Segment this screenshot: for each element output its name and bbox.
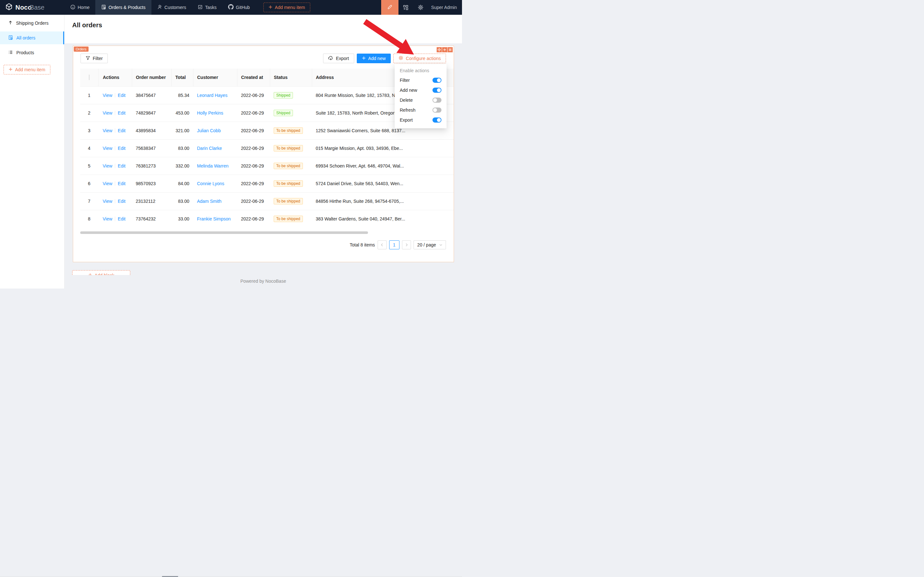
customer-link[interactable]: Connie Lyons xyxy=(197,181,224,186)
edit-link[interactable]: Edit xyxy=(118,110,126,116)
github-icon xyxy=(228,4,233,11)
customer-link[interactable]: Holly Perkins xyxy=(197,110,223,116)
edit-link[interactable]: Edit xyxy=(118,181,126,186)
ui-editor-button[interactable] xyxy=(381,0,398,15)
order-number-cell: 98570923 xyxy=(132,174,171,192)
status-cell: To be shipped xyxy=(270,122,312,139)
row-actions: ViewEdit xyxy=(98,210,132,227)
nav-github[interactable]: GitHub xyxy=(222,0,256,15)
created-at-cell: 2022-06-29 xyxy=(237,210,270,227)
address-cell: 1252 Swaniawski Corners, Suite 688, 8137… xyxy=(312,122,408,139)
enable-action-add-new: Add new xyxy=(394,85,447,95)
toggle-switch[interactable] xyxy=(433,78,441,83)
previous-page-button[interactable] xyxy=(378,240,386,249)
row-actions: ViewEdit xyxy=(98,192,132,210)
address-cell: 804 Runte Mission, Suite 182, 15783, N xyxy=(312,86,408,104)
menu-icon[interactable] xyxy=(448,47,453,52)
view-link[interactable]: View xyxy=(103,216,112,221)
view-link[interactable]: View xyxy=(103,163,112,168)
chevron-down-icon xyxy=(439,242,443,247)
sidebar-item-shipping-orders[interactable]: Shipping Orders xyxy=(0,17,64,29)
column-header-customer: Customer xyxy=(193,69,237,86)
address-cell: 015 Margie Mission, Apt. 093, 34936, Ebe… xyxy=(312,139,408,157)
customer-link[interactable]: Darin Clarke xyxy=(197,146,222,151)
add-menu-item-button-sidebar[interactable]: Add menu item xyxy=(3,65,50,74)
edit-link[interactable]: Edit xyxy=(118,163,126,168)
cloud-download-icon xyxy=(328,55,333,61)
total-cell: 84.00 xyxy=(171,174,193,192)
edit-link[interactable]: Edit xyxy=(118,146,126,151)
view-link[interactable]: View xyxy=(103,128,112,133)
settings-gear-icon[interactable] xyxy=(413,0,428,15)
customer-link[interactable]: Leonard Hayes xyxy=(197,93,227,98)
next-page-button[interactable] xyxy=(402,240,411,249)
action-label: Filter xyxy=(400,78,410,83)
toggle-switch[interactable] xyxy=(433,88,441,93)
table-toolbar: Filter Export Add new Configure actions xyxy=(80,53,446,63)
nav-customers[interactable]: Customers xyxy=(151,0,192,15)
row-index: 6 xyxy=(80,174,98,192)
status-cell: Shipped xyxy=(270,104,312,122)
status-cell: To be shipped xyxy=(270,157,312,174)
address-cell: 69934 Schoen River, Apt. 646, 49704, Wal… xyxy=(312,157,408,174)
view-link[interactable]: View xyxy=(103,181,112,186)
plus-icon xyxy=(9,67,13,72)
add-block-button[interactable]: Add block xyxy=(72,270,130,275)
filter-button[interactable]: Filter xyxy=(80,53,108,63)
table-horizontal-scrollbar xyxy=(80,231,454,234)
check-square-icon xyxy=(198,5,203,11)
export-button[interactable]: Export xyxy=(323,53,354,63)
sidebar-item-products[interactable]: Products xyxy=(0,46,64,59)
column-header-created-at: Created at xyxy=(237,69,270,86)
total-cell: 33.00 xyxy=(171,210,193,227)
row-actions: ViewEdit xyxy=(98,104,132,122)
plugin-manager-icon[interactable] xyxy=(398,0,413,15)
filter-icon xyxy=(86,56,90,61)
nav-orders-products[interactable]: Orders & Products xyxy=(95,0,151,15)
order-number-cell: 75638347 xyxy=(132,139,171,157)
highlighter-icon xyxy=(387,4,393,11)
created-at-cell: 2022-06-29 xyxy=(237,86,270,104)
edit-link[interactable]: Edit xyxy=(118,93,126,98)
row-actions: ViewEdit xyxy=(98,174,132,192)
configure-actions-button[interactable]: Configure actions xyxy=(393,53,446,63)
page-number-1[interactable]: 1 xyxy=(389,240,399,249)
plus-icon[interactable] xyxy=(442,47,447,52)
edit-link[interactable]: Edit xyxy=(118,216,126,221)
customer-link[interactable]: Julian Cobb xyxy=(197,128,221,133)
user-menu[interactable]: Super Admin xyxy=(428,0,462,15)
nav-home[interactable]: Home xyxy=(64,0,95,15)
divider xyxy=(115,217,115,221)
total-cell: 83.00 xyxy=(171,139,193,157)
edit-link[interactable]: Edit xyxy=(118,128,126,133)
customer-link[interactable]: Melinda Warren xyxy=(197,163,229,168)
address-cell: 383 Walter Gardens, Suite 040, 24947, Be… xyxy=(312,210,408,227)
column-header-order-number: Order number xyxy=(132,69,171,86)
toggle-switch[interactable] xyxy=(433,98,441,103)
sidebar-item-all-orders[interactable]: All orders xyxy=(0,31,64,44)
scrollbar-thumb[interactable] xyxy=(80,231,368,234)
view-link[interactable]: View xyxy=(103,110,112,116)
main-area: All orders Orders Filter Export xyxy=(64,15,462,288)
toggle-switch[interactable] xyxy=(433,108,441,113)
add-menu-item-button-topbar[interactable]: Add menu item xyxy=(263,3,310,12)
toggle-switch[interactable] xyxy=(433,118,441,122)
add-new-button[interactable]: Add new xyxy=(357,53,391,63)
row-index: 7 xyxy=(80,192,98,210)
edit-link[interactable]: Edit xyxy=(118,199,126,204)
page-size-select[interactable]: 20 / page xyxy=(414,240,446,249)
customer-cell: Adam Smith xyxy=(193,192,237,210)
divider xyxy=(115,199,115,203)
view-link[interactable]: View xyxy=(103,146,112,151)
address-cell: 84856 Hirthe Run, Suite 268, 94754-6705,… xyxy=(312,192,408,210)
view-link[interactable]: View xyxy=(103,199,112,204)
enable-action-delete: Delete xyxy=(394,95,447,105)
move-icon[interactable] xyxy=(437,47,442,52)
nav-tasks[interactable]: Tasks xyxy=(192,0,222,15)
customer-link[interactable]: Adam Smith xyxy=(197,199,221,204)
pagination-total: Total 8 items xyxy=(350,242,375,247)
topbar: NocoBase Home Orders & Products Customer… xyxy=(0,0,462,15)
select-all-checkbox[interactable] xyxy=(89,74,90,80)
customer-link[interactable]: Frankie Simpson xyxy=(197,216,231,221)
view-link[interactable]: View xyxy=(103,93,112,98)
